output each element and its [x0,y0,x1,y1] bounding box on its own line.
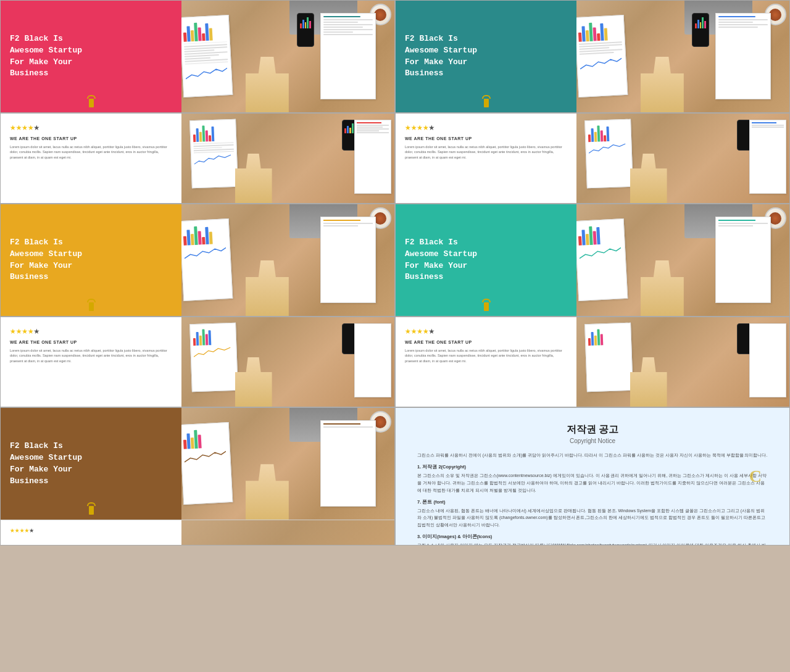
slide-9-bottom-content: ★★★★★ [1,520,394,545]
wood-bg-8 [576,317,789,407]
slide-1-photos [181,1,394,112]
doc-16 [749,323,786,397]
copyright-body-intro: 그린소스 파워를 사용하시 전에이 (사용의 범위와 소개)를 귀담아 읽어주시… [417,452,768,459]
lorem-4: Lorem ipsum dolor sit amet, lacus nulla … [405,348,567,363]
doc-12 [715,217,771,303]
stars-3: ★★★★★ [10,325,172,337]
wood-bg-3 [181,114,394,203]
doc-17 [181,422,233,505]
copyright-title-en: Copyright Notice [417,438,768,444]
doc-2 [320,13,376,99]
doc-1 [181,15,233,97]
hand-5 [246,260,289,316]
hand-9 [246,464,289,520]
content-text-1: ★★★★★ WE ARE THE ONE START UP Lorem ipsu… [1,114,181,203]
teal2-panel: F2 Black Is Awesome Startup For Make You… [396,204,576,316]
copyright-section2-title: 7. 폰트 (font) [417,499,768,505]
content-photo-4 [576,317,789,407]
copyright-slide: 저작권 공고 Copyright Notice 그린소스 파워를 사용하시 전에… [395,407,790,545]
copyright-section2-text: 그린소스 내에 사용된, 협동 폰트는 배너에 나타나미에서) 세계에서상업으로… [417,507,768,529]
slide-9-photos [181,408,394,520]
lorem-1: Lorem ipsum dolor sit amet, lacus nulla … [10,144,172,160]
clip-decoration-2 [482,95,491,107]
hand-8 [630,357,667,407]
wood-bg-5 [181,204,394,316]
slide-9-brown-title-and-content: F2 Black Is Awesome Startup For Make You… [0,407,395,545]
wood-bg-7 [181,317,394,407]
content-photo-2 [576,114,789,203]
stars-5: ★★★★★ [10,525,172,535]
slide-9-title: F2 Black Is Awesome Startup For Make You… [10,441,82,487]
wood-bg-6 [576,204,789,316]
slide-7-content: ★★★★★ WE ARE THE ONE START UP Lorem ipsu… [0,317,395,407]
slide-5-title: F2 Black Is Awesome Startup For Make You… [10,237,82,283]
we-are-4: WE ARE THE ONE START UP [405,340,567,344]
copyright-title-kr: 저작권 공고 [417,423,768,436]
slide-2-title: F2 Black Is Awesome Startup For Make You… [405,33,477,80]
slide-6-photos [576,204,789,316]
slide-5-yellow-title: F2 Black Is Awesome Startup For Make You… [0,204,395,317]
doc-15 [585,323,634,392]
copyright-header: 저작권 공고 Copyright Notice [417,423,768,444]
doc-6 [354,120,391,194]
slide-4-content: ★★★★★ WE ARE THE ONE START UP Lorem ipsu… [395,113,790,204]
stars-2: ★★★★★ [405,121,567,133]
doc-11 [576,218,628,301]
slide-1-title: F2 Black Is Awesome Startup For Make You… [10,33,82,80]
doc-4 [715,13,771,99]
stars-1: ★★★★★ [10,121,172,133]
content-bottom-left: ★★★★★ [1,520,181,545]
slide-8-content: ★★★★★ WE ARE THE ONE START UP Lorem ipsu… [395,317,790,407]
brown-panel: F2 Black Is Awesome Startup For Make You… [1,408,181,520]
hand-4 [630,154,667,203]
hand-3 [235,154,272,203]
copyright-c-symbol: C [749,467,762,486]
slide-2-photos [576,1,789,112]
slide-3-content: ★★★★★ WE ARE THE ONE START UP Lorem ipsu… [0,113,395,204]
slide-1-pink-title: F2 Black Is Awesome Startup For Make You… [0,0,395,113]
phone-1 [297,13,314,47]
wood-bg-4 [576,114,789,203]
doc-3 [576,15,628,97]
doc-14 [354,323,391,397]
doc-7 [585,119,634,189]
doc-18 [320,420,376,507]
hand-pointing-2 [641,57,684,112]
stars-4: ★★★★★ [405,325,567,337]
wood-bg-1 [181,1,394,112]
yellow-panel: F2 Black Is Awesome Startup For Make You… [1,204,181,316]
lorem-3: Lorem ipsum dolor sit amet, lacus nulla … [10,348,172,363]
copyright-section3-text: 그린소스 내의 사용자 이미지 에는 모든 저작권과 접근방식이 따릅니다(WW… [417,542,768,545]
doc-13 [190,323,239,392]
pink-panel: F2 Black Is Awesome Startup For Make You… [1,1,181,112]
content-text-3: ★★★★★ WE ARE THE ONE START UP Lorem ipsu… [1,317,181,407]
content-text-4: ★★★★★ WE ARE THE ONE START UP Lorem ipsu… [396,317,576,407]
wood-bg-9 [181,408,394,520]
slide-6-teal2-title: F2 Black Is Awesome Startup For Make You… [395,204,790,317]
phone-2 [692,13,709,47]
slides-grid: F2 Black Is Awesome Startup For Make You… [0,0,790,545]
lorem-2: Lorem ipsum dolor sit amet, lacus nulla … [405,144,567,160]
brown-title-slide: F2 Black Is Awesome Startup For Make You… [1,408,394,520]
clip-9 [87,502,96,515]
content-photo-1 [181,114,394,203]
we-are-3: WE ARE THE ONE START UP [10,340,172,344]
slide-6-title: F2 Black Is Awesome Startup For Make You… [405,237,477,283]
we-are-1: WE ARE THE ONE START UP [10,136,172,141]
slide-5-photos [181,204,394,316]
doc-9 [181,218,233,301]
hand-7 [235,357,272,407]
hand-pointing [246,57,289,112]
doc-8 [749,120,786,194]
teal-panel: F2 Black Is Awesome Startup For Make You… [396,1,576,112]
slide-2-teal-title: F2 Black Is Awesome Startup For Make You… [395,0,790,113]
hand-6 [641,260,684,316]
copyright-section1-title: 1. 저작권 2(Copyright) [417,464,768,470]
doc-10 [320,217,376,303]
clip-5 [87,299,96,311]
clip-6 [482,299,491,311]
clip-decoration [87,95,96,107]
copyright-section3-title: 3. 이미지(Images) & 아이콘(Icons) [417,534,768,540]
doc-5 [190,119,239,189]
wood-bg-2 [576,1,789,112]
